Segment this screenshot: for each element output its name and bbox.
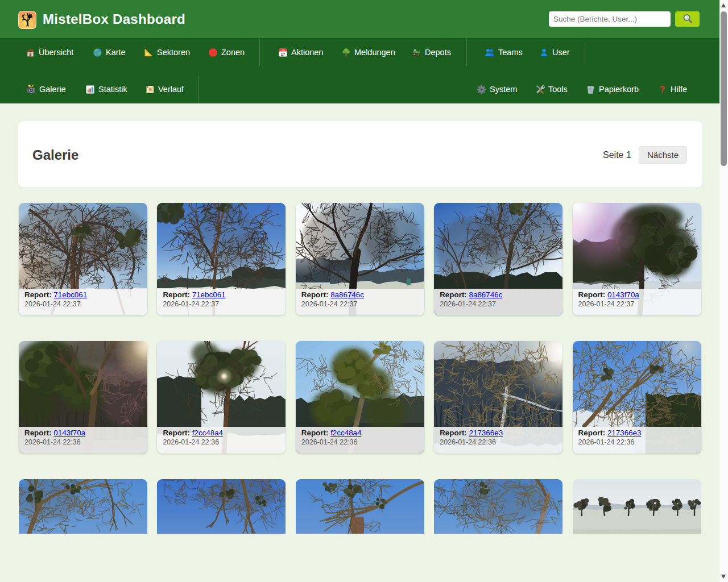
svg-text:?: ? bbox=[660, 85, 665, 94]
svg-text:JUN: JUN bbox=[281, 49, 285, 51]
svg-text:17: 17 bbox=[281, 52, 286, 56]
